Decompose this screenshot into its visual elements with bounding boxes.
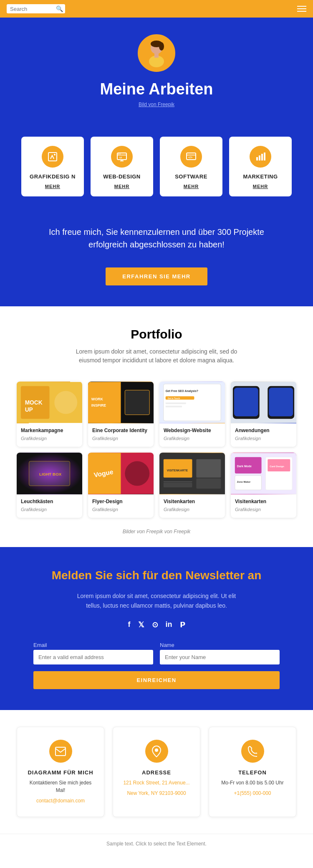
portfolio-item-category-3: Grafikdesign [164, 436, 189, 441]
svg-rect-19 [259, 155, 260, 160]
portfolio-item-5[interactable]: LIGHT BOX Leuchtkästen Grafikdesign [17, 453, 82, 518]
contact-phone-hours: Mo-Fr von 8.00 bis 5.00 Uhr [217, 779, 288, 787]
contact-address-street: 121 Rock Street, 21 Avenue... [121, 779, 192, 787]
name-input[interactable] [160, 650, 280, 664]
portfolio-item-category-2: Grafikdesign [92, 436, 118, 441]
hero-title: Meine Arbeiten [25, 80, 288, 98]
email-label: Email [33, 642, 153, 648]
portfolio-item-title-8: Visitenkarten [235, 499, 292, 504]
portfolio-item-category-6: Grafikdesign [92, 507, 118, 512]
svg-rect-55 [196, 479, 221, 489]
instagram-icon[interactable]: ⊙ [152, 620, 158, 629]
marketing-mehr[interactable]: MEHR [235, 184, 286, 189]
svg-text:</>: </> [188, 156, 192, 159]
header: 🔍 [0, 0, 313, 18]
search-box[interactable]: 🔍 [7, 4, 65, 13]
contact-card-address: ADRESSE 121 Rock Street, 21 Avenue... Ne… [113, 727, 200, 817]
portfolio-item-category-7: Grafikdesign [164, 507, 189, 512]
svg-rect-38 [166, 406, 182, 407]
portfolio-item-2[interactable]: WORK INSPIRE Eine Corporate Identity Gra… [88, 382, 154, 447]
newsletter-section: Melden Sie sich für den Newsletter an Lo… [0, 547, 313, 710]
portfolio-thumb-2: WORK INSPIRE [88, 382, 154, 423]
portfolio-item-category-4: Grafikdesign [235, 436, 261, 441]
grafikdesign-mehr[interactable]: MEHR [27, 184, 78, 189]
contact-email-link[interactable]: contact@domain.com [36, 798, 85, 804]
svg-point-3 [159, 42, 164, 51]
hero-section: Meine Arbeiten Bild von Freepik [0, 18, 313, 128]
name-field-wrapper: Name [160, 642, 280, 664]
svg-rect-21 [264, 153, 265, 160]
avatar [138, 34, 175, 72]
svg-text:Get in Touch: Get in Touch [168, 397, 180, 400]
portfolio-info-3: Webdesign-Website Grafikdesign [159, 423, 225, 447]
portfolio-title: Portfolio [17, 327, 296, 341]
portfolio-thumb-7: VISITENKARTE [159, 453, 225, 494]
webdesign-mehr[interactable]: MEHR [96, 184, 147, 189]
portfolio-thumb-5: LIGHT BOX [17, 453, 82, 494]
submit-button[interactable]: EINREICHEN [33, 671, 280, 689]
svg-text:MOCK: MOCK [25, 400, 43, 406]
svg-text:Zone Maker: Zone Maker [237, 481, 251, 483]
twitter-icon[interactable]: 𝕏 [138, 620, 144, 629]
contact-phone-number[interactable]: +1(555) 000-000 [234, 790, 271, 796]
social-icons: f 𝕏 ⊙ in 𝗣 [33, 620, 280, 629]
phone-contact-icon [241, 740, 264, 763]
portfolio-item-4[interactable]: Anwendungen Grafikdesign [231, 382, 296, 447]
pinterest-icon[interactable]: 𝗣 [180, 620, 185, 629]
facebook-icon[interactable]: f [128, 620, 131, 629]
svg-rect-66 [56, 747, 66, 756]
newsletter-description: Lorem ipsum dolor sit amet, consectetur … [69, 591, 244, 610]
portfolio-description: Lorem ipsum dolor sit amet, consectetur … [69, 347, 244, 365]
svg-point-50 [125, 461, 149, 486]
svg-rect-57 [164, 483, 192, 488]
portfolio-thumb-3: Get Free SEO Analysis? Get in Touch [159, 382, 225, 423]
contact-email-subtitle: Kontaktieren Sie mich jedes Mal! [25, 779, 96, 794]
svg-rect-41 [234, 388, 258, 417]
svg-point-26 [54, 391, 77, 414]
marketing-title: MARKETING [235, 173, 286, 180]
svg-rect-20 [261, 154, 263, 160]
email-input[interactable] [33, 650, 153, 664]
email-contact-icon [49, 740, 72, 763]
portfolio-item-category-5: Grafikdesign [21, 507, 47, 512]
portfolio-item-title-4: Anwendungen [235, 428, 292, 433]
portfolio-item-8[interactable]: Dark Mode Zone Maker Card Design Visiten… [231, 453, 296, 518]
svg-text:WORK: WORK [91, 397, 103, 401]
portfolio-info-4: Anwendungen Grafikdesign [231, 423, 296, 447]
cta-button[interactable]: ERFAHREN SIE MEHR [106, 267, 207, 285]
portfolio-thumb-8: Dark Mode Zone Maker Card Design [231, 453, 296, 494]
svg-rect-37 [166, 402, 186, 404]
linkedin-icon[interactable]: in [166, 620, 172, 629]
footer: Sample text. Click to select the Text El… [0, 834, 313, 853]
tagline-section: Ich freue mich, Sie kennenzulernen und ü… [0, 213, 313, 259]
tagline-text: Ich freue mich, Sie kennenzulernen und ü… [33, 226, 280, 251]
portfolio-item-3[interactable]: Get Free SEO Analysis? Get in Touch Webd… [159, 382, 225, 447]
portfolio-item-7[interactable]: VISITENKARTE Visitenkarten Grafikdesign [159, 453, 225, 518]
svg-text:INSPIRE: INSPIRE [91, 403, 106, 407]
portfolio-item-6[interactable]: Vogue Flyer-Design Grafikdesign [88, 453, 154, 518]
hamburger-menu[interactable] [297, 6, 306, 12]
hero-credit[interactable]: Bild von Freepik [25, 102, 288, 107]
service-card-grafikdesign[interactable]: GRAFIKDESIG N MEHR [21, 137, 84, 196]
service-card-webdesign[interactable]: UI WEB-DESIGN MEHR [91, 137, 153, 196]
contact-address-city: New York, NY 92103-9000 [127, 790, 186, 796]
portfolio-item-title-1: Markenkampagne [21, 428, 78, 433]
service-card-software[interactable]: </> SOFTWARE MEHR [160, 137, 222, 196]
software-mehr[interactable]: MEHR [166, 184, 217, 189]
portfolio-info-1: Markenkampagne Grafikdesign [17, 423, 82, 447]
portfolio-item-category-8: Grafikdesign [235, 507, 261, 512]
portfolio-thumb-6: Vogue [88, 453, 154, 494]
portfolio-info-6: Flyer-Design Grafikdesign [88, 494, 154, 518]
freepik-link[interactable]: Freepik [174, 529, 190, 535]
service-card-marketing[interactable]: MARKETING MEHR [229, 137, 292, 196]
portfolio-info-5: Leuchtkästen Grafikdesign [17, 494, 82, 518]
portfolio-info-2: Eine Corporate Identity Grafikdesign [88, 423, 154, 447]
search-input[interactable] [10, 6, 56, 12]
contact-email-title: DIAGRAMM FÜR MICH [25, 769, 96, 776]
grafikdesign-title: GRAFIKDESIG N [27, 173, 78, 180]
portfolio-thumb-1: MOCK UP [17, 382, 82, 423]
contact-card-phone: TELEFON Mo-Fr von 8.00 bis 5.00 Uhr +1(5… [209, 727, 296, 817]
portfolio-info-7: Visitenkarten Grafikdesign [159, 494, 225, 518]
portfolio-item-1[interactable]: MOCK UP Markenkampagne Grafikdesign [17, 382, 82, 447]
svg-rect-43 [269, 388, 293, 417]
